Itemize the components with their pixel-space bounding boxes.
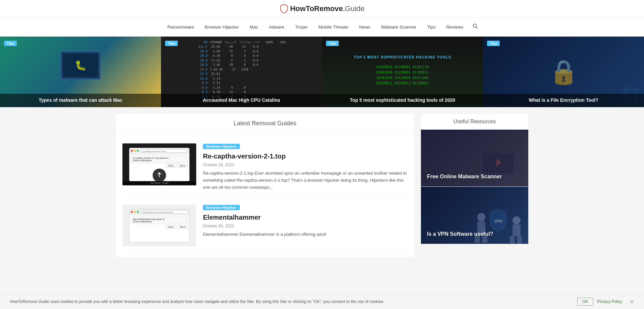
hacking-headline: TOP 5 MOST SOPHISTICATED HACKING TOOLS <box>354 55 451 59</box>
guide-item-elementalhammer[interactable]: elementalhammer.top/afu.php?id= elementa… <box>122 198 408 254</box>
hero-slider: 🐛 Tips Types of malware that can attack … <box>0 37 644 107</box>
notification-text-2: elementalhammer.top wants toShow notific… <box>131 217 188 224</box>
dot-green-2 <box>137 211 139 213</box>
arrow-up-icon <box>156 172 163 179</box>
guide-desc-2: Elementalhammer Elementalhammer is a pla… <box>203 231 408 238</box>
lock-icon: 🔒 <box>549 58 578 86</box>
hero-card-accountsd[interactable]: PUCPU時間スレッドアイドル・バー%GPUGPU 111.125.044013… <box>161 37 322 107</box>
browser-bar-2: elementalhammer.top/afu.php?id= <box>129 209 189 215</box>
nav-item-reviews[interactable]: Reviews <box>441 18 469 36</box>
hero-card-1-visual: 🐛 <box>0 37 161 94</box>
guide-meta-elementalhammer: Browser Hijacker Elementalhammer October… <box>203 205 408 247</box>
dot-red-2 <box>131 211 133 213</box>
nav-item-ransomware[interactable]: Ransomware <box>162 18 200 36</box>
block-btn-2: Block <box>177 225 188 229</box>
site-header: HowToRemove.Guide <box>0 0 644 17</box>
main-content: Latest Removal Guides re-captha-version-… <box>111 107 533 264</box>
sidebar-useful-resources: Useful Resources <box>421 114 528 244</box>
allow-btn: Allow <box>166 164 176 168</box>
url-bar-2: elementalhammer.top/afu.php?id= <box>141 210 188 214</box>
hero-title-1: Types of malware that can attack Mac <box>0 94 161 107</box>
thumb-footer-text: You have 7 to get <box>122 181 196 185</box>
guide-thumb-elementalhammer: elementalhammer.top/afu.php?id= elementa… <box>122 205 196 247</box>
guide-thumb-re-captha: re-captha-version-2-1.top re-captha-vers… <box>122 143 196 185</box>
dot-yellow <box>134 150 136 152</box>
svg-point-0 <box>473 24 477 28</box>
dot-yellow-2 <box>134 211 136 213</box>
sidebar-title: Useful Resources <box>421 114 528 130</box>
logo-text-bold: HowToRemove <box>290 4 343 13</box>
dot-red <box>131 150 133 152</box>
hero-title-2: Accountsd Mac High CPU Catalina <box>161 94 322 107</box>
nav-item-browser-hijacker[interactable]: Browser Hijacker <box>199 18 244 36</box>
browser-mockup-2: elementalhammer.top/afu.php?id= elementa… <box>129 209 190 242</box>
nav-item-malware-scanner[interactable]: Malware Scanner <box>376 18 422 36</box>
nav-item-news[interactable]: News <box>354 18 376 36</box>
guide-name-2[interactable]: Elementalhammer <box>203 213 408 222</box>
svg-line-1 <box>476 27 478 29</box>
hero-title-4: What is a File Encryption Tool? <box>483 94 644 107</box>
nav-item-trojan[interactable]: Trojan <box>290 18 313 36</box>
resource-card-vpn[interactable]: VPN Is a VPN Software useful? <box>421 187 528 244</box>
upload-arrow-icon <box>153 169 166 182</box>
hero-badge-3: Tips <box>326 41 339 46</box>
nav-item-adware[interactable]: Adware <box>264 18 290 36</box>
site-logo[interactable]: HowToRemove.Guide <box>279 4 365 13</box>
nav-item-tips[interactable]: Tips <box>422 18 441 36</box>
search-icon <box>473 24 478 29</box>
guide-date-2: October 30, 2023 <box>203 224 408 228</box>
guide-desc-1: Re-captha-version-2-1.top Ever stumbled … <box>203 170 408 191</box>
nav-item-mac[interactable]: Mac <box>244 18 264 36</box>
logo-text-guide: Guide <box>345 4 365 13</box>
resource-card-malware-scanner[interactable]: Free Online Malware Scanner <box>421 130 528 187</box>
hero-title-3: Top 5 most sophisticated hacking tools o… <box>322 94 483 107</box>
guide-list: re-captha-version-2-1.top re-captha-vers… <box>116 133 414 257</box>
guide-category-1: Browser Hijacker <box>203 144 240 149</box>
guide-category-2: Browser Hijacker <box>203 205 240 210</box>
removal-guides-section: Latest Removal Guides re-captha-version-… <box>116 114 414 257</box>
bug-icon: 🐛 <box>75 60 87 71</box>
nav-search-button[interactable] <box>469 17 482 36</box>
hero-card-mac-malware[interactable]: 🐛 Tips Types of malware that can attack … <box>0 37 161 107</box>
hero-card-encryption[interactable]: 🔒 Tips What is a File Encryption Tool? <box>483 37 644 107</box>
browser-content-2: elementalhammer.top wants toShow notific… <box>129 215 189 230</box>
section-title-removal-guides: Latest Removal Guides <box>116 114 414 133</box>
hero-badge-2: Tips <box>165 41 178 46</box>
browser-buttons-1: Allow Block <box>131 164 188 168</box>
guide-item-re-captha[interactable]: re-captha-version-2-1.top re-captha-vers… <box>122 137 408 198</box>
hero-badge-4: Tips <box>487 41 500 46</box>
url-bar-1: re-captha-version-2-1.top <box>141 149 188 152</box>
shield-logo-icon <box>279 4 289 13</box>
allow-btn-2: Allow <box>166 225 176 229</box>
block-btn: Block <box>177 164 188 168</box>
notification-text-1: re-captha-version-2-1.top wants toShow n… <box>131 156 188 163</box>
monitor-screen: 🐛 <box>63 54 98 77</box>
monitor-icon: 🐛 <box>60 51 101 80</box>
guide-name-1[interactable]: Re-captha-version-2-1.top <box>203 152 408 161</box>
sidebar: Useful Resources <box>421 114 528 257</box>
dot-green <box>137 150 139 152</box>
hero-badge-1: Tips <box>4 41 17 46</box>
main-nav: Ransomware Browser Hijacker Mac Adware T… <box>0 17 644 37</box>
hero-card-hacking[interactable]: TOP 5 MOST SOPHISTICATED HACKING TOOLS 0… <box>322 37 483 107</box>
browser-buttons-2: Allow Block <box>131 225 188 229</box>
resource-label-vpn: Is a VPN Software useful? <box>427 230 493 238</box>
browser-content-1: re-captha-version-2-1.top wants toShow n… <box>129 154 189 169</box>
resource-label-malware-scanner: Free Online Malware Scanner <box>427 173 502 180</box>
guide-meta-re-captha: Browser Hijacker Re-captha-version-2-1.t… <box>203 143 408 191</box>
hacking-code-text: 01010010 01100001 01101110 01001000 0110… <box>354 62 451 89</box>
nav-item-mobile-threats[interactable]: Mobile Threats <box>313 18 354 36</box>
guide-date-1: October 30, 2023 <box>203 163 408 167</box>
browser-bar-1: re-captha-version-2-1.top <box>129 148 189 154</box>
